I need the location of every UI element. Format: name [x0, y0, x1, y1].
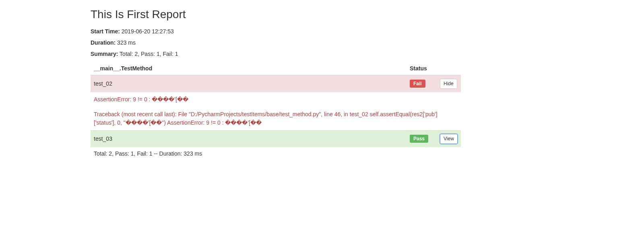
action-cell: Hide: [437, 75, 461, 92]
status-badge-pass: Pass: [410, 135, 428, 143]
test-name-cell: test_03: [91, 130, 407, 147]
traceback-text: Traceback (most recent call last): File …: [91, 107, 461, 131]
summary-label: Summary:: [91, 51, 118, 57]
status-cell: Fail: [407, 75, 437, 92]
header-action: [437, 62, 461, 75]
action-cell: View: [437, 130, 461, 147]
table-row: test_02 Fail Hide: [91, 75, 461, 92]
table-row: test_03 Pass View: [91, 130, 461, 147]
duration-line: Duration: 323 ms: [91, 39, 461, 46]
header-status: Status: [407, 62, 437, 75]
duration-value: 323 ms: [117, 39, 136, 46]
footer-row: Total: 2, Pass: 1, Fail: 1 -- Duration: …: [91, 147, 461, 160]
header-test-name: __main__.TestMethod: [91, 62, 407, 75]
assertion-text: AssertionError: 9 != 0 : ����'[��: [91, 92, 461, 107]
footer-summary: Total: 2, Pass: 1, Fail: 1 -- Duration: …: [91, 147, 461, 160]
start-time-value: 2019-06-20 12:27:53: [122, 28, 174, 35]
view-button[interactable]: View: [440, 134, 458, 144]
results-table: __main__.TestMethod Status test_02 Fail …: [91, 62, 461, 160]
report-container: This Is First Report Start Time: 2019-06…: [91, 0, 461, 160]
report-title: This Is First Report: [91, 8, 461, 21]
status-cell: Pass: [407, 130, 437, 147]
status-badge-fail: Fail: [410, 80, 425, 88]
start-time-line: Start Time: 2019-06-20 12:27:53: [91, 28, 461, 35]
hide-button[interactable]: Hide: [440, 79, 457, 89]
table-header-row: __main__.TestMethod Status: [91, 62, 461, 75]
summary-value: Total: 2, Pass: 1, Fail: 1: [120, 51, 178, 57]
duration-label: Duration:: [91, 39, 116, 46]
summary-line: Summary: Total: 2, Pass: 1, Fail: 1: [91, 51, 461, 57]
assertion-row: AssertionError: 9 != 0 : ����'[��: [91, 92, 461, 107]
start-time-label: Start Time:: [91, 28, 120, 35]
test-name-cell: test_02: [91, 75, 407, 92]
traceback-row: Traceback (most recent call last): File …: [91, 107, 461, 131]
